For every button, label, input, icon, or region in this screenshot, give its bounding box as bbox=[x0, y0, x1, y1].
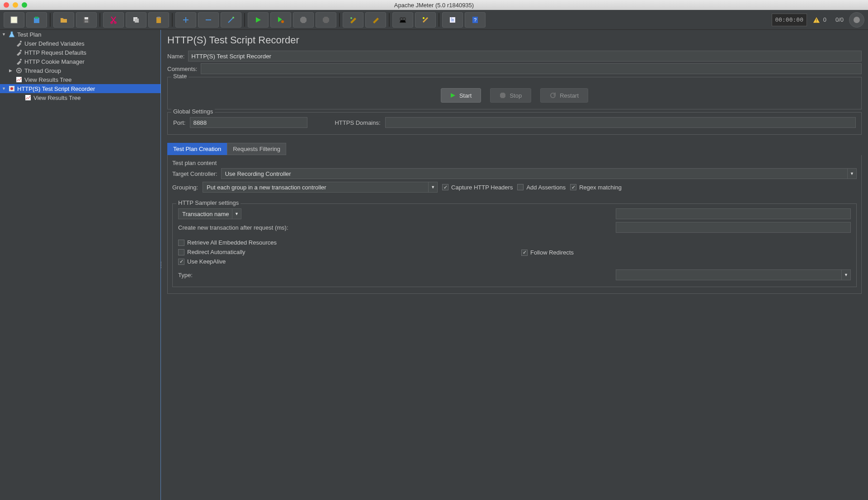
svg-point-13 bbox=[281, 20, 284, 23]
target-controller-label: Target Controller: bbox=[172, 170, 217, 177]
tab-test-plan-creation[interactable]: Test Plan Creation bbox=[167, 143, 227, 155]
port-input[interactable] bbox=[190, 117, 307, 128]
redirect-auto-checkbox[interactable]: Redirect Automatically bbox=[178, 249, 508, 255]
capture-http-headers-checkbox[interactable]: ✓Capture HTTP Headers bbox=[442, 184, 513, 191]
comments-input[interactable] bbox=[201, 63, 862, 74]
expand-all-button[interactable] bbox=[175, 12, 196, 28]
https-domains-input[interactable] bbox=[385, 117, 856, 128]
grouping-select[interactable]: Put each group in a new transaction cont… bbox=[203, 182, 438, 193]
recorder-tabs: Test Plan Creation Requests Filtering bbox=[167, 143, 862, 155]
window-titlebar: Apache JMeter (5.0 r1840935) bbox=[0, 0, 868, 10]
svg-rect-28 bbox=[16, 77, 22, 82]
svg-text:!: ! bbox=[816, 18, 817, 23]
stop-recording-button[interactable]: Stop bbox=[490, 88, 531, 103]
stop-button[interactable] bbox=[293, 12, 314, 28]
use-keepalive-checkbox[interactable]: ✓Use KeepAlive bbox=[178, 258, 508, 265]
help-button[interactable]: ? bbox=[465, 12, 486, 28]
new-button[interactable] bbox=[4, 12, 24, 28]
tree-item-view-results-tree-1[interactable]: View Results Tree bbox=[0, 75, 160, 84]
svg-rect-31 bbox=[25, 95, 31, 100]
type-select[interactable]: ▼ bbox=[616, 269, 851, 280]
svg-rect-4 bbox=[85, 17, 88, 19]
stop-icon bbox=[500, 92, 506, 99]
minimize-window-button[interactable] bbox=[13, 2, 18, 8]
clear-button[interactable] bbox=[343, 12, 363, 28]
http-sampler-fieldset: HTTP Sampler settings Transaction name ▼… bbox=[172, 203, 857, 287]
tree-toggle-icon[interactable]: ▶ bbox=[9, 68, 14, 73]
shutdown-button[interactable] bbox=[316, 12, 336, 28]
function-helper-button[interactable] bbox=[442, 12, 463, 28]
transaction-name-select[interactable]: Transaction name ▼ bbox=[178, 208, 241, 219]
chevron-down-icon: ▼ bbox=[232, 209, 241, 219]
collapse-all-button[interactable] bbox=[198, 12, 219, 28]
save-button[interactable] bbox=[76, 12, 97, 28]
tree-toggle-icon[interactable]: ▼ bbox=[2, 32, 6, 37]
start-recording-button[interactable]: Start bbox=[441, 88, 481, 103]
retrieve-embedded-checkbox[interactable]: Retrieve All Embedded Resources bbox=[178, 239, 508, 246]
svg-point-14 bbox=[350, 17, 352, 19]
svg-text:?: ? bbox=[474, 17, 476, 23]
paste-button[interactable] bbox=[148, 12, 169, 28]
svg-rect-11 bbox=[157, 17, 160, 18]
add-assertions-checkbox[interactable]: Add Assertions bbox=[517, 184, 566, 191]
chart-icon bbox=[24, 94, 32, 101]
play-icon bbox=[450, 93, 456, 98]
tree-item-http-cookie-manager[interactable]: HTTP Cookie Manager bbox=[0, 57, 160, 66]
global-settings-fieldset: Global Settings Port: HTTPS Domains: bbox=[167, 112, 862, 135]
http-sampler-legend: HTTP Sampler settings bbox=[176, 199, 241, 206]
tree-item-recorder[interactable]: ▼ HTTP(S) Test Script Recorder bbox=[0, 84, 160, 93]
tree-item-test-plan[interactable]: ▼ Test Plan bbox=[0, 30, 160, 39]
test-plan-tree[interactable]: ▼ Test Plan User Defined Variables HTTP … bbox=[0, 30, 161, 500]
tree-item-http-request-defaults[interactable]: HTTP Request Defaults bbox=[0, 48, 160, 57]
https-domains-label: HTTPS Domains: bbox=[335, 119, 380, 126]
regex-matching-checkbox[interactable]: ✓Regex matching bbox=[570, 184, 622, 191]
clear-all-button[interactable] bbox=[365, 12, 386, 28]
tree-item-user-defined-variables[interactable]: User Defined Variables bbox=[0, 39, 160, 48]
editor-panel: HTTP(S) Test Script Recorder Name: Comme… bbox=[161, 30, 868, 500]
cut-button[interactable] bbox=[103, 12, 124, 28]
templates-button[interactable] bbox=[26, 12, 47, 28]
restart-icon bbox=[550, 92, 556, 99]
test-plan-content-label: Test plan content bbox=[172, 160, 857, 166]
zoom-window-button[interactable] bbox=[22, 2, 27, 8]
type-label: Type: bbox=[178, 272, 193, 278]
close-window-button[interactable] bbox=[4, 2, 9, 8]
tree-item-view-results-tree-2[interactable]: View Results Tree bbox=[0, 93, 160, 102]
reset-search-button[interactable] bbox=[415, 12, 436, 28]
elapsed-timer: 00:00:00 bbox=[772, 14, 807, 26]
svg-rect-2 bbox=[35, 17, 38, 19]
search-button[interactable] bbox=[392, 12, 413, 28]
gear-icon bbox=[15, 67, 23, 74]
page-title: HTTP(S) Test Script Recorder bbox=[167, 34, 862, 46]
tab-requests-filtering[interactable]: Requests Filtering bbox=[227, 143, 286, 155]
svg-point-23 bbox=[20, 41, 22, 42]
svg-point-16 bbox=[403, 18, 406, 20]
tree-item-thread-group[interactable]: ▶ Thread Group bbox=[0, 66, 160, 75]
wrench-icon bbox=[15, 40, 23, 47]
comments-label: Comments: bbox=[167, 66, 197, 72]
svg-point-25 bbox=[20, 59, 22, 61]
open-button[interactable] bbox=[53, 12, 74, 28]
transaction-name-input[interactable] bbox=[616, 208, 851, 219]
copy-button[interactable] bbox=[126, 12, 146, 28]
recorder-icon bbox=[8, 85, 15, 92]
name-input[interactable] bbox=[188, 51, 862, 61]
state-legend: State bbox=[171, 73, 189, 80]
create-new-tx-input[interactable] bbox=[616, 222, 851, 233]
start-no-pause-button[interactable] bbox=[270, 12, 291, 28]
run-status-icon bbox=[849, 12, 864, 28]
restart-recording-button[interactable]: Restart bbox=[540, 88, 588, 103]
splitter-handle[interactable] bbox=[161, 258, 163, 272]
start-button[interactable] bbox=[248, 12, 269, 28]
window-title: Apache JMeter (5.0 r1840935) bbox=[394, 2, 474, 9]
toggle-button[interactable] bbox=[221, 12, 241, 28]
chevron-down-icon: ▼ bbox=[841, 270, 850, 280]
tree-toggle-icon[interactable]: ▼ bbox=[2, 86, 6, 91]
target-controller-select[interactable]: Use Recording Controller ▼ bbox=[221, 168, 857, 179]
port-label: Port: bbox=[173, 119, 185, 126]
main-toolbar: ? 00:00:00 ! 0 0/0 bbox=[0, 10, 868, 30]
warning-count: ! 0 bbox=[812, 16, 826, 24]
svg-rect-18 bbox=[450, 17, 455, 23]
grouping-label: Grouping: bbox=[172, 184, 198, 191]
follow-redirects-checkbox[interactable]: ✓Follow Redirects bbox=[521, 249, 851, 256]
